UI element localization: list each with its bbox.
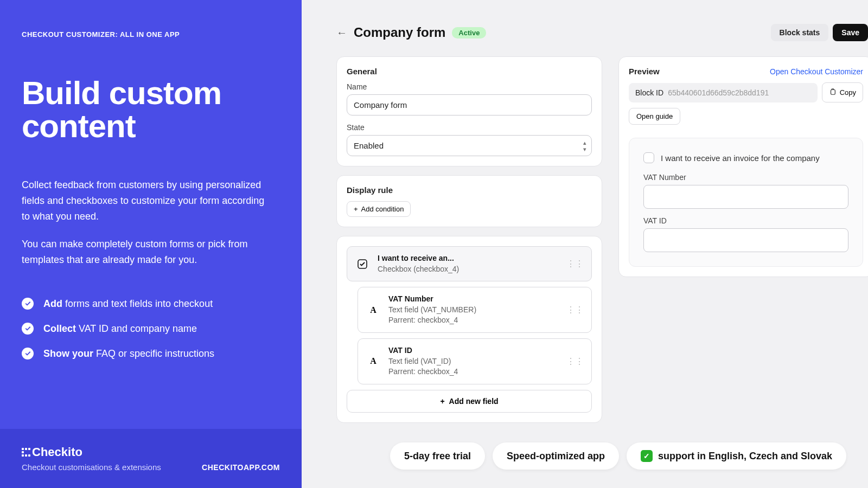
preview-render: I want to receive an invoice for the com… [629,138,863,267]
feature-text: Add forms and text fields into checkout [43,298,213,310]
add-new-field-button[interactable]: +Add new field [347,390,592,413]
preview-checkbox-label: I want to receive an invoice for the com… [661,153,820,163]
hero-paragraph-1: Collect feedback from customers by using… [22,177,271,224]
feature-item: Show your FAQ or specific instructions [22,348,280,359]
sidebar-footer: Checkito Checkout customisations & exten… [0,429,302,488]
field-row-checkbox[interactable]: I want to receive an... Checkbox (checkb… [347,246,592,281]
clipboard-icon [829,88,837,97]
open-customizer-link[interactable]: Open Checkout Customizer [770,67,863,76]
feature-chips: 5-day free trial Speed-optimized app ✓ s… [390,442,846,470]
preview-vat-id-input[interactable] [643,228,848,252]
preview-heading: Preview [629,67,660,76]
logo-mark-icon [22,448,30,457]
feature-text: Show your FAQ or specific instructions [43,348,214,359]
block-stats-button[interactable]: Block stats [771,24,829,41]
preview-vat-number-input[interactable] [643,185,848,209]
field-parent: Parrent: checkbox_4 [388,367,559,377]
general-card: General Name State Enabled ▴▾ [336,56,602,166]
field-title: I want to receive an... [378,253,559,264]
check-icon [22,348,34,359]
field-meta: Text field (VAT_ID) [388,356,559,367]
page-title: Company form [354,25,445,40]
drag-handle-icon[interactable]: ⋮⋮ [566,356,584,367]
save-button[interactable]: Save [833,24,868,41]
checkbox-field-icon [355,256,370,272]
feature-text: Collect VAT ID and company name [43,323,197,335]
drag-handle-icon[interactable]: ⋮⋮ [566,259,584,269]
plus-icon: + [354,205,358,213]
chip-support: ✓ support in English, Czech and Slovak [627,442,846,470]
chip-speed: Speed-optimized app [493,442,619,470]
preview-vat-number-label: VAT Number [643,173,848,182]
preview-checkbox[interactable] [643,152,654,163]
plus-icon: + [440,397,444,406]
brand-subtitle: Checkout customisations & extensions [22,463,161,472]
field-parent: Parrent: checkbox_4 [388,315,559,326]
add-condition-button[interactable]: +Add condition [347,201,411,217]
feature-item: Collect VAT ID and company name [22,323,280,335]
preview-card: Preview Open Checkout Customizer Block I… [618,56,868,277]
name-input[interactable] [347,94,592,115]
field-title: VAT Number [388,294,559,305]
page-header: ← Company form Active Block stats Save [336,24,868,41]
check-icon [22,323,34,335]
drag-handle-icon[interactable]: ⋮⋮ [566,305,584,315]
brand-logo: Checkito [22,445,161,459]
field-title: VAT ID [388,345,559,356]
check-icon [22,298,34,310]
copy-button[interactable]: Copy [822,82,863,102]
block-id-value: 65b440601d66d59c2b8dd191 [668,88,769,97]
hero-paragraph-2: You can make completely custom forms or … [22,236,271,268]
field-meta: Text field (VAT_NUMBER) [388,305,559,316]
chip-trial: 5-day free trial [390,442,485,470]
preview-vat-id-label: VAT ID [643,216,848,225]
field-row-vat-number[interactable]: A VAT Number Text field (VAT_NUMBER) Par… [358,287,592,333]
hero-description: Collect feedback from customers by using… [22,177,271,279]
field-row-vat-id[interactable]: A VAT ID Text field (VAT_ID) Parrent: ch… [358,338,592,384]
name-label: Name [347,82,592,91]
fields-card: I want to receive an... Checkbox (checkb… [336,236,602,423]
text-field-icon: A [366,354,381,369]
brand-name: Checkito [32,445,82,459]
check-emoji-icon: ✓ [641,450,653,462]
hero-title: Build custom content [22,76,280,143]
open-guide-button[interactable]: Open guide [629,108,680,125]
block-id-display: Block ID 65b440601d66d59c2b8dd191 [629,83,818,102]
state-label: State [347,123,592,132]
app-canvas: ← Company form Active Block stats Save G… [302,0,868,488]
product-tag: CHECKOUT CUSTOMIZER: ALL IN ONE APP [22,30,280,38]
svg-rect-1 [831,90,835,95]
feature-list: Add forms and text fields into checkout … [22,298,280,373]
block-id-label: Block ID [635,88,663,97]
back-arrow-icon[interactable]: ← [336,27,347,39]
display-rule-card: Display rule +Add condition [336,175,602,227]
field-meta: Checkbox (checkbox_4) [378,264,559,275]
general-heading: General [347,67,592,76]
display-rule-heading: Display rule [347,185,592,195]
marketing-sidebar: CHECKOUT CUSTOMIZER: ALL IN ONE APP Buil… [0,0,302,488]
status-badge: Active [452,27,486,38]
feature-item: Add forms and text fields into checkout [22,298,280,310]
select-caret-icon: ▴▾ [583,139,586,152]
text-field-icon: A [366,303,381,318]
brand-url: CHECKITOAPP.COM [202,463,280,472]
state-select[interactable]: Enabled [347,135,592,156]
